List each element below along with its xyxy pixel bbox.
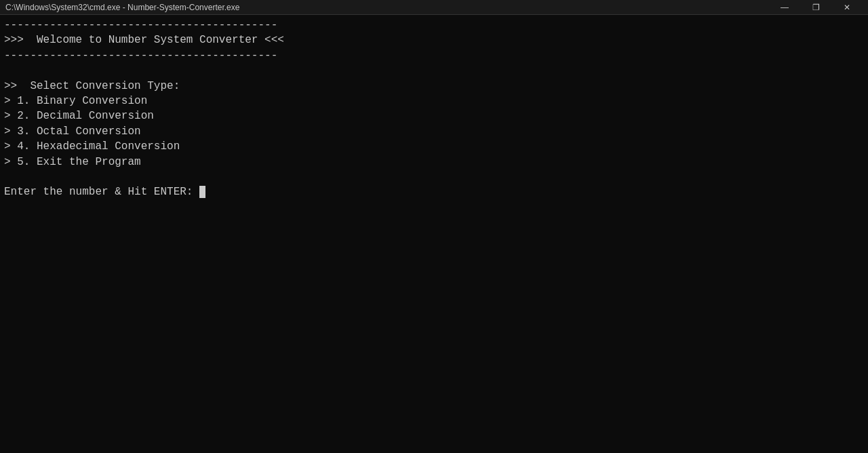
terminal-body[interactable]: ----------------------------------------… bbox=[0, 15, 868, 453]
cursor bbox=[199, 186, 205, 198]
terminal-line: > 4. Hexadecimal Conversion bbox=[4, 139, 864, 154]
window-title: C:\Windows\System32\cmd.exe - Number-Sys… bbox=[5, 3, 239, 12]
terminal-line: ----------------------------------------… bbox=[4, 18, 864, 33]
terminal-line: ----------------------------------------… bbox=[4, 48, 864, 63]
minimize-button[interactable]: — bbox=[769, 0, 800, 15]
terminal-line: >>> Welcome to Number System Converter <… bbox=[4, 33, 864, 47]
window-controls: — ❐ ✕ bbox=[769, 0, 863, 15]
terminal-line bbox=[4, 170, 864, 184]
restore-button[interactable]: ❐ bbox=[800, 0, 831, 15]
terminal-line: >> Select Conversion Type: bbox=[4, 79, 864, 94]
terminal-line: > 3. Octal Conversion bbox=[4, 124, 864, 139]
terminal-line: Enter the number & Hit ENTER: bbox=[4, 184, 864, 199]
terminal-line bbox=[4, 63, 864, 78]
terminal-line: > 2. Decimal Conversion bbox=[4, 109, 864, 123]
titlebar: C:\Windows\System32\cmd.exe - Number-Sys… bbox=[0, 0, 868, 15]
terminal-line: > 5. Exit the Program bbox=[4, 155, 864, 170]
terminal-line: > 1. Binary Conversion bbox=[4, 94, 864, 109]
close-button[interactable]: ✕ bbox=[831, 0, 863, 15]
window: C:\Windows\System32\cmd.exe - Number-Sys… bbox=[0, 0, 868, 453]
